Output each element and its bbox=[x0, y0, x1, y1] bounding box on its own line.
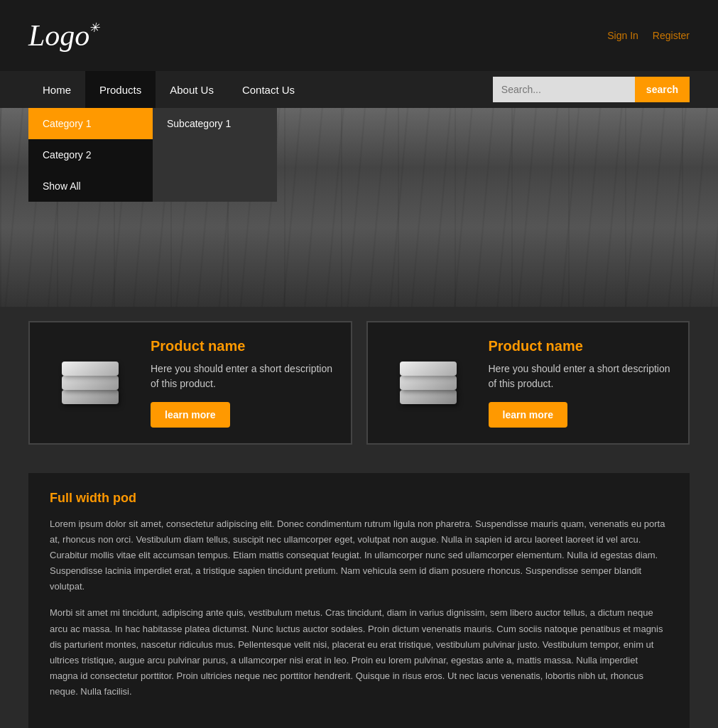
products-section: Product name Here you should enter a sho… bbox=[0, 307, 718, 459]
pod-paragraph-1: Lorem ipsum dolor sit amet, consectetur … bbox=[50, 516, 668, 594]
dropdown-subcategories: Subcategory 1 bbox=[153, 108, 277, 202]
product-info-1: Product name Here you should enter a sho… bbox=[151, 338, 337, 428]
stack-icon-1 bbox=[58, 351, 122, 415]
pod-paragraph-2: Morbi sit amet mi tincidunt, adipiscing … bbox=[50, 605, 668, 700]
sign-in-link[interactable]: Sign In bbox=[607, 30, 638, 41]
search-button[interactable]: search bbox=[635, 77, 690, 102]
product-name-2: Product name bbox=[489, 338, 675, 354]
stack-layer-4 bbox=[400, 362, 457, 376]
product-card-2: Product name Here you should enter a sho… bbox=[366, 321, 690, 445]
nav-search: search bbox=[493, 77, 690, 102]
stack-layer-3 bbox=[62, 390, 119, 404]
stack-layer-5 bbox=[400, 376, 457, 390]
register-link[interactable]: Register bbox=[653, 30, 690, 41]
dropdown-categories: Category 1 Category 2 Show All bbox=[28, 108, 153, 202]
stack-icon-2 bbox=[396, 351, 460, 415]
stack-layer-6 bbox=[400, 390, 457, 404]
product-desc-2: Here you should enter a short descriptio… bbox=[489, 362, 675, 391]
pod-title: Full width pod bbox=[50, 491, 668, 506]
logo-star-icon: ✳ bbox=[89, 20, 99, 36]
learn-more-button-1[interactable]: learn more bbox=[151, 402, 230, 428]
dropdown-menu: Category 1 Category 2 Show All Subcatego… bbox=[28, 108, 277, 202]
logo-text: Logo bbox=[28, 19, 89, 52]
dropdown-category-2[interactable]: Category 2 bbox=[28, 139, 153, 170]
product-info-2: Product name Here you should enter a sho… bbox=[489, 338, 675, 428]
nav-item-home[interactable]: Home bbox=[28, 71, 85, 108]
nav-item-products[interactable]: Products bbox=[85, 71, 156, 108]
product-card-1: Product name Here you should enter a sho… bbox=[28, 321, 352, 445]
dropdown-show-all[interactable]: Show All bbox=[28, 170, 153, 202]
product-icon-1 bbox=[44, 337, 136, 429]
dropdown-category-1[interactable]: Category 1 bbox=[28, 108, 153, 139]
product-icon-2 bbox=[382, 337, 474, 429]
stack-layer-1 bbox=[62, 362, 119, 376]
full-width-pod: Full width pod Lorem ipsum dolor sit ame… bbox=[28, 473, 690, 728]
main-nav: Home Products About Us Contact Us search… bbox=[0, 71, 718, 108]
product-name-1: Product name bbox=[151, 338, 337, 354]
search-input[interactable] bbox=[493, 77, 635, 102]
dropdown-subcategory-1[interactable]: Subcategory 1 bbox=[153, 108, 277, 139]
product-desc-1: Here you should enter a short descriptio… bbox=[151, 362, 337, 391]
nav-item-contact[interactable]: Contact Us bbox=[228, 71, 309, 108]
nav-item-about[interactable]: About Us bbox=[156, 71, 228, 108]
nav-items: Home Products About Us Contact Us bbox=[28, 71, 493, 108]
header-auth: Sign In Register bbox=[607, 30, 690, 41]
logo: Logo✳ bbox=[28, 18, 89, 53]
site-header: Logo✳ Sign In Register bbox=[0, 0, 718, 71]
learn-more-button-2[interactable]: learn more bbox=[489, 402, 568, 428]
stack-layer-2 bbox=[62, 376, 119, 390]
